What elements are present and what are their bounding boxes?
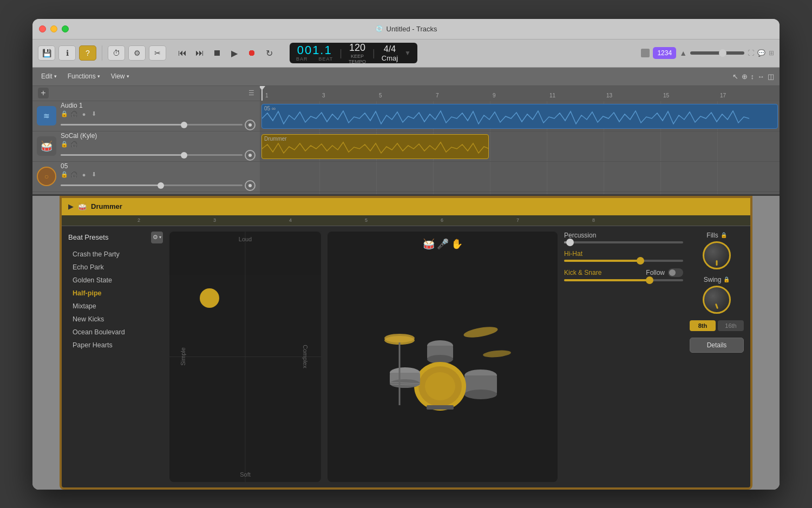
percussion-control: Percussion — [564, 232, 683, 243]
preset-half-pipe[interactable]: Half-pipe — [68, 287, 163, 300]
track-volume-1[interactable] — [61, 124, 243, 126]
volume-icon[interactable]: ◫ — [768, 72, 774, 81]
maximize-button[interactable] — [62, 25, 69, 32]
track-mute-1[interactable]: 🔒 — [61, 110, 68, 118]
add-track-button[interactable]: + — [38, 88, 49, 98]
tracks-area: Edit ▾ Functions ▾ View ▾ ↖ ⊕ ↕ ↔ ◫ — [32, 68, 780, 196]
svg-point-3 — [384, 334, 415, 342]
master-volume-slider[interactable] — [690, 51, 744, 55]
drummer-editor-ruler: 2 3 4 5 6 7 8 — [62, 215, 750, 226]
smart-controls-icon[interactable]: ▲ — [679, 49, 687, 57]
time-sig-display[interactable]: 4/4 Cmaj — [382, 44, 398, 62]
fills-swing-panel: Fills 🔒 Swing 🔒 — [690, 232, 744, 482]
close-button[interactable] — [39, 25, 46, 32]
track-input-3[interactable]: ⬇ — [90, 171, 97, 179]
preset-new-kicks[interactable]: New Kicks — [68, 313, 163, 326]
track-volume-2[interactable] — [61, 154, 243, 156]
swing-section: Swing 🔒 — [690, 276, 744, 314]
beat-puck[interactable] — [200, 288, 219, 308]
track-pan-3[interactable] — [245, 180, 256, 191]
track-mute-3[interactable]: 🔒 — [61, 171, 68, 179]
tempo-display[interactable]: 120 KEEP TEMPO — [349, 42, 366, 64]
rewind-button[interactable]: ⏮ — [175, 45, 190, 61]
follow-toggle: Follow — [646, 268, 683, 277]
info-button[interactable]: ℹ — [58, 45, 76, 61]
record-button[interactable]: ⏺ — [244, 45, 259, 61]
track-mute-2[interactable]: 🔒 — [61, 141, 68, 148]
share-button[interactable]: ⊞ — [769, 49, 774, 57]
minimize-button[interactable] — [50, 25, 57, 32]
sixteenth-note-button[interactable]: 16th — [718, 320, 744, 331]
track-record-1[interactable]: ● — [80, 110, 88, 118]
swing-knob[interactable] — [703, 286, 731, 314]
audio-region-1[interactable]: 05 ∞ — [261, 104, 778, 129]
track-item-drummer[interactable]: 🥁 SoCal (Kyle) 🔒 🎧 — [32, 131, 260, 162]
track-input-1[interactable]: ⬇ — [90, 110, 97, 118]
track-pan-1[interactable] — [245, 120, 256, 130]
swing-lock-icon: 🔒 — [723, 276, 730, 282]
fast-forward-button[interactable]: ⏭ — [192, 45, 207, 61]
svg-point-14 — [425, 372, 455, 400]
main-window: 💿 Untitled - Tracks 💾 ℹ ? ⏱ ⚙ ✂ ⏮ ⏭ ⏹ ▶ … — [32, 19, 780, 490]
beat-presets-panel: Beat Presets ⚙▾ Crash the Party Echo Par… — [68, 232, 163, 482]
toolbar: 💾 ℹ ? ⏱ ⚙ ✂ ⏮ ⏭ ⏹ ▶ ⏺ ↻ 001.1 BAR BEAT | — [32, 39, 780, 68]
track-record-3[interactable]: ● — [80, 171, 88, 179]
metronome-button[interactable]: ⏱ — [108, 45, 125, 61]
beat-presets-settings[interactable]: ⚙▾ — [151, 232, 163, 243]
preset-paper-hearts[interactable]: Paper Hearts — [68, 339, 163, 352]
waveform-drummer — [262, 139, 489, 159]
track-volume-3[interactable] — [61, 184, 243, 186]
track-item-audio1[interactable]: ≋ Audio 1 🔒 🎧 ● ⬇ — [32, 101, 260, 131]
track-icon-drummer: 🥁 — [37, 136, 56, 156]
track-header-top: + ☰ — [32, 86, 260, 101]
preset-crash-the-party[interactable]: Crash the Party — [68, 248, 163, 261]
kit-drum-icon[interactable]: 🥁 — [423, 238, 435, 250]
stop-button[interactable]: ⏹ — [209, 45, 225, 61]
kit-hand-icon[interactable]: ✋ — [451, 238, 463, 250]
functions-menu[interactable]: Functions ▾ — [64, 71, 103, 81]
track-item-loop[interactable]: ○ 05 🔒 🎧 ● ⬇ — [32, 162, 260, 192]
hihat-control: Hi-Hat — [564, 250, 683, 262]
timeline-area: 1 3 5 7 9 11 13 15 17 — [260, 86, 780, 194]
beat-pad[interactable]: Loud Soft Simple Complex — [169, 232, 321, 482]
percussion-slider[interactable] — [564, 241, 683, 243]
hihat-slider[interactable] — [564, 260, 683, 262]
help-button[interactable]: ? — [79, 45, 96, 61]
timeline-ruler[interactable]: 1 3 5 7 9 11 13 15 17 — [260, 86, 780, 101]
notes-button[interactable]: 💬 — [757, 49, 765, 57]
preset-echo-park[interactable]: Echo Park — [68, 261, 163, 274]
details-button[interactable]: Details — [690, 338, 744, 353]
time-sig-expand[interactable]: ▼ — [404, 49, 411, 57]
loop-button[interactable]: ↻ — [261, 45, 277, 61]
resize-icon[interactable]: ↔ — [757, 72, 764, 81]
play-button[interactable]: ▶ — [227, 45, 242, 61]
zoom-icon[interactable]: ⊕ — [742, 72, 748, 81]
preset-golden-state[interactable]: Golden State — [68, 274, 163, 287]
smart-controls-button[interactable]: 1234 — [653, 47, 676, 59]
edit-menu[interactable]: Edit ▾ — [38, 71, 60, 81]
track-pan-2[interactable] — [245, 150, 256, 161]
drummer-region[interactable]: Drummer — [261, 134, 489, 159]
edit-toolbar-icons: ↖ ⊕ ↕ ↔ ◫ — [732, 72, 775, 81]
kit-mic-icon[interactable]: 🎤 — [437, 238, 449, 250]
fills-knob[interactable] — [703, 241, 731, 269]
pointer-tool[interactable]: ↖ — [732, 72, 738, 81]
follow-switch[interactable] — [668, 268, 683, 277]
save-button[interactable]: 💾 — [38, 45, 55, 61]
pencil-tool[interactable] — [641, 49, 650, 57]
preset-mixtape[interactable]: Mixtape — [68, 300, 163, 313]
mixer-button[interactable]: ⚙ — [128, 45, 146, 61]
edit-toolbar: Edit ▾ Functions ▾ View ▾ ↖ ⊕ ↕ ↔ ◫ — [32, 68, 780, 86]
view-menu[interactable]: View ▾ — [108, 71, 133, 81]
track-solo-1[interactable]: 🎧 — [70, 110, 78, 118]
expand-icon[interactable]: ↕ — [751, 72, 755, 81]
preset-ocean-boulevard[interactable]: Ocean Boulevard — [68, 326, 163, 339]
track-solo-3[interactable]: 🎧 — [70, 171, 78, 179]
scissors-button[interactable]: ✂ — [149, 45, 166, 61]
eighth-note-button[interactable]: 8th — [690, 320, 716, 331]
list-view-button[interactable]: ☰ — [248, 89, 254, 97]
track-solo-2[interactable]: 🎧 — [70, 141, 78, 148]
drummer-body: Beat Presets ⚙▾ Crash the Party Echo Par… — [62, 226, 750, 487]
full-screen-button[interactable]: ⛶ — [748, 49, 754, 57]
kick-snare-slider[interactable] — [564, 279, 683, 281]
